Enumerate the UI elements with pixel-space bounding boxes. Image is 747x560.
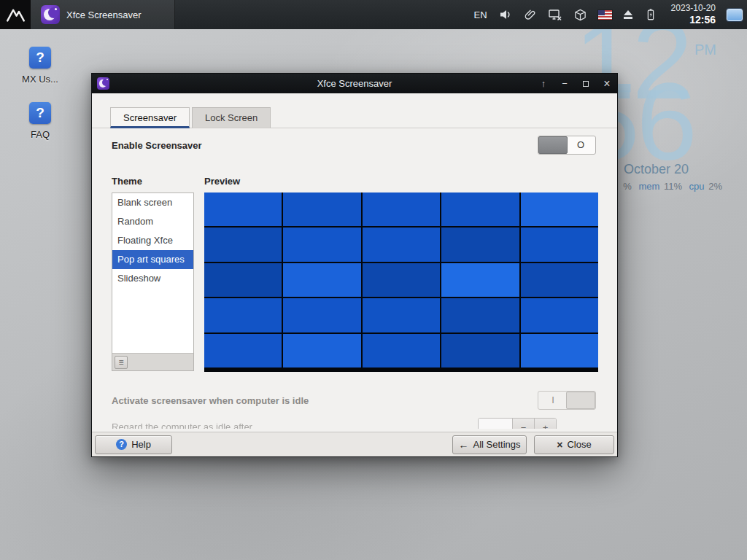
theme-item[interactable]: Random <box>112 212 193 231</box>
desktop-icon-mx-users[interactable]: ? MX Us... <box>9 47 71 85</box>
desktop-icon-label: MX Us... <box>9 74 71 85</box>
us-flag-icon[interactable] <box>598 10 612 20</box>
cpu-label: cpu <box>689 181 705 192</box>
preview-cell <box>521 298 598 332</box>
help-button[interactable]: ? Help <box>95 435 172 454</box>
preview-cell <box>283 192 360 226</box>
clock-date: October 20 <box>624 162 689 177</box>
maximize-icon <box>583 81 589 87</box>
help-button-label: Help <box>131 439 151 450</box>
help-icon: ? <box>29 47 51 69</box>
mem-label: mem <box>638 181 659 192</box>
help-icon: ? <box>29 102 51 124</box>
panel-date: 2023-10-20 <box>671 4 716 14</box>
volume-icon[interactable] <box>498 7 513 22</box>
preview-cell <box>283 228 360 261</box>
taskbar-window-label: Xfce Screensaver <box>66 9 142 20</box>
desktop-icon-faq[interactable]: ? FAQ <box>9 102 71 140</box>
all-settings-button-label: All Settings <box>473 439 520 450</box>
spin-value[interactable] <box>479 419 512 429</box>
clock-ampm: PM <box>694 42 716 58</box>
tab-lock-screen[interactable]: Lock Screen <box>192 107 271 128</box>
idle-delay-spinbox[interactable]: − + <box>478 418 557 429</box>
spin-minus-button[interactable]: − <box>512 419 534 429</box>
preview-cell <box>204 298 282 332</box>
preview-cell <box>363 334 440 368</box>
enable-screensaver-switch[interactable]: O <box>538 136 596 155</box>
idle-activate-switch[interactable]: I <box>538 391 596 410</box>
package-icon[interactable] <box>573 8 587 22</box>
screensaver-app-icon <box>41 5 60 24</box>
preview-cell <box>204 334 282 368</box>
preview-cell <box>521 263 598 297</box>
theme-item[interactable]: Floating Xfce <box>112 231 193 250</box>
panel-clock[interactable]: 2023-10-20 12:56 <box>671 4 716 26</box>
preview-cell <box>521 228 598 261</box>
minimize-button[interactable]: − <box>560 79 570 88</box>
app-menu-button[interactable] <box>0 0 31 29</box>
top-panel: Xfce Screensaver EN <box>0 0 747 29</box>
switch-knob <box>566 392 595 409</box>
maximize-button[interactable] <box>581 79 591 88</box>
preview-cell <box>363 298 440 332</box>
theme-list[interactable]: Blank screenRandomFloating XfcePop art s… <box>112 192 194 371</box>
xfce-screensaver-window: Xfce Screensaver ↑ − × Screensaver Lock … <box>91 73 618 457</box>
preview-cell <box>204 192 282 226</box>
preview-cell <box>283 334 360 368</box>
close-dialog-button[interactable]: × Close <box>534 435 614 454</box>
mx-logo-icon <box>6 5 26 25</box>
preview-cell <box>441 228 519 261</box>
idle-activate-row: Activate screensaver when computer is id… <box>112 391 596 410</box>
spin-plus-button[interactable]: + <box>534 419 556 429</box>
preview-label: Preview <box>204 176 240 187</box>
system-stats: % mem 11% cpu 2% <box>623 181 722 192</box>
tab-bar: Screensaver Lock Screen <box>92 106 617 128</box>
screensaver-preview-grid <box>204 192 598 368</box>
panel-tray: EN <box>474 0 747 29</box>
screensaver-preview <box>204 192 598 372</box>
close-button-label: Close <box>567 439 591 450</box>
titlebar-buttons: ↑ − × <box>538 78 612 90</box>
window-titlebar[interactable]: Xfce Screensaver ↑ − × <box>92 74 617 93</box>
idle-activate-label: Activate screensaver when computer is id… <box>112 395 309 406</box>
preview-cell <box>204 263 282 297</box>
panel-time: 12:56 <box>671 14 716 26</box>
preview-cell <box>441 334 519 368</box>
display-settings-icon[interactable] <box>548 7 562 22</box>
preview-cell <box>441 298 519 332</box>
preview-cell <box>521 334 598 368</box>
keyboard-layout-indicator[interactable]: EN <box>474 9 487 20</box>
battery-icon[interactable] <box>644 8 657 21</box>
preview-cell <box>521 192 598 226</box>
switch-on-label: I <box>538 392 568 409</box>
preview-cell <box>363 263 440 297</box>
switch-off-label: O <box>566 136 595 154</box>
preview-cell <box>363 228 440 261</box>
preview-cell <box>283 298 360 332</box>
close-button[interactable]: × <box>602 78 612 90</box>
theme-list-scrollbar[interactable]: ≡ <box>112 353 193 370</box>
enable-screensaver-label: Enable Screensaver <box>112 140 202 151</box>
clipboard-paperclip-icon[interactable] <box>524 8 537 21</box>
eject-icon[interactable] <box>623 10 633 20</box>
preview-cell <box>204 228 282 261</box>
theme-item[interactable]: Blank screen <box>112 193 193 212</box>
cpu-value: 2% <box>708 181 722 192</box>
all-settings-button[interactable]: ← All Settings <box>452 435 527 454</box>
close-icon: × <box>557 439 562 451</box>
back-arrow-icon: ← <box>458 439 468 451</box>
switch-knob <box>538 136 568 154</box>
theme-label: Theme <box>112 176 142 187</box>
tray-window-icon[interactable] <box>727 9 743 21</box>
tab-screensaver[interactable]: Screensaver <box>110 107 190 128</box>
theme-item[interactable]: Slideshow <box>112 269 193 288</box>
shade-button[interactable]: ↑ <box>538 79 549 88</box>
help-icon: ? <box>116 439 127 450</box>
theme-item[interactable]: Pop art squares <box>112 250 193 269</box>
dialog-footer: ? Help ← All Settings × Close <box>92 432 617 456</box>
idle-delay-label: Regard the computer as idle after <box>112 418 252 429</box>
list-grip-icon[interactable]: ≡ <box>115 356 128 369</box>
taskbar-window-button[interactable]: Xfce Screensaver <box>31 0 175 29</box>
idle-delay-row: Regard the computer as idle after − + <box>112 418 596 429</box>
preview-cell <box>363 192 440 226</box>
